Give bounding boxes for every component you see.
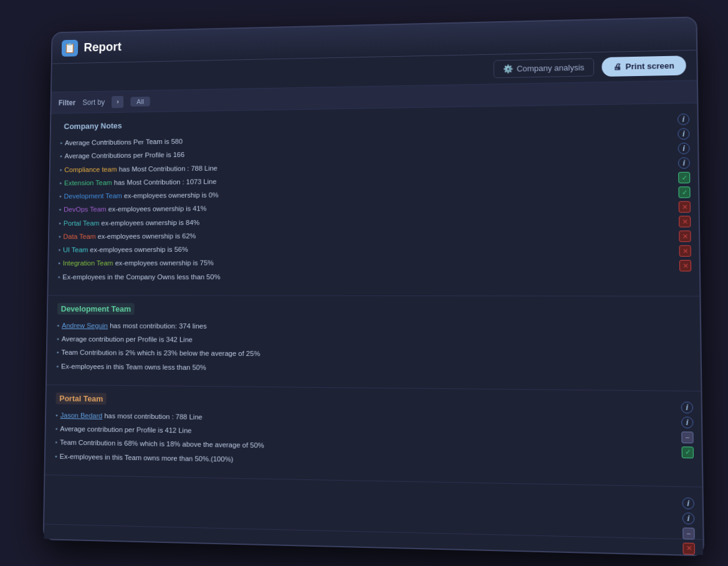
main-window: 📋 Report ⚙️ Company analysis 🖨 Print scr… — [43, 16, 704, 556]
list-item: Portal Team ex-employees ownership is 84… — [59, 214, 667, 229]
list-item: DevOps Team ex-employees ownership is 41… — [59, 200, 667, 215]
list-item: Average contribution per Profile is 342 … — [57, 334, 689, 348]
list-item: Data Team ex-employees ownership is 62% — [59, 229, 668, 242]
check-icon-2[interactable]: ✓ — [678, 186, 690, 198]
list-item: Extension Team has Most Contribution : 1… — [59, 172, 666, 188]
list-item: Andrew Seguin has most contribution: 374… — [57, 320, 689, 333]
company-notes-section: Company Notes Average Contributions Per … — [48, 103, 699, 297]
info-icon-4[interactable]: i — [678, 157, 690, 169]
x-icon-s4[interactable]: ✕ — [682, 542, 695, 554]
sort-arrow-button[interactable]: › — [112, 95, 123, 108]
development-team-section: Development Team Andrew Seguin has most … — [47, 295, 701, 391]
list-item: Development Team ex-employees ownership … — [59, 186, 667, 201]
print-screen-button[interactable]: 🖨 Print screen — [601, 55, 686, 77]
x-icon-3[interactable]: ✕ — [679, 231, 691, 242]
info-icon-s4-2[interactable]: i — [682, 512, 695, 524]
minus-icon-portal[interactable]: − — [681, 431, 693, 443]
development-team-title: Development Team — [57, 303, 135, 315]
content-area: Company Notes Average Contributions Per … — [44, 103, 703, 555]
portal-team-title: Portal Team — [55, 392, 107, 405]
info-icon-portal-2[interactable]: i — [681, 416, 693, 428]
list-item: Team Contribution is 2% which is 23% bel… — [57, 347, 690, 362]
company-icons-column: i i i i ✓ ✓ ✕ ✕ ✕ ✕ ✕ — [678, 113, 691, 271]
list-item: Ex-employees in the Company Owns less th… — [58, 271, 668, 282]
company-analysis-button[interactable]: ⚙️ Company analysis — [493, 58, 594, 78]
check-icon-1[interactable]: ✓ — [678, 172, 690, 184]
info-icon-3[interactable]: i — [678, 143, 690, 155]
list-item: Integration Team ex-employees ownership … — [58, 257, 668, 269]
section4-icons-column: i i − ✕ — [682, 497, 695, 555]
portal-team-section: Portal Team Jason Bedard has most contri… — [45, 385, 702, 487]
info-icon-2[interactable]: i — [678, 128, 689, 140]
list-item: UI Team ex-employees ownership is 56% — [58, 242, 667, 255]
x-icon-4[interactable]: ✕ — [679, 245, 691, 257]
printer-icon: 🖨 — [613, 62, 622, 71]
x-icon-2[interactable]: ✕ — [679, 216, 691, 228]
window-title: Report — [84, 40, 122, 54]
company-analysis-icon: ⚙️ — [503, 64, 513, 74]
info-icon-1[interactable]: i — [678, 113, 689, 125]
list-item: Ex-employees in this Team owns less than… — [56, 361, 690, 377]
x-icon-5[interactable]: ✕ — [679, 260, 691, 272]
sort-by-label: Sort by — [82, 98, 105, 107]
check-icon-portal[interactable]: ✓ — [682, 446, 694, 458]
filter-label: Filter — [59, 98, 76, 107]
all-badge: All — [131, 97, 150, 107]
minus-icon-s4[interactable]: − — [682, 527, 695, 539]
portal-icons-column: i i − ✓ — [681, 401, 694, 458]
info-icon-portal-1[interactable]: i — [681, 401, 693, 413]
x-icon-1[interactable]: ✕ — [679, 201, 691, 213]
report-icon: 📋 — [62, 39, 79, 56]
info-icon-s4-1[interactable]: i — [682, 497, 694, 509]
company-notes-title: Company Notes — [60, 120, 126, 132]
